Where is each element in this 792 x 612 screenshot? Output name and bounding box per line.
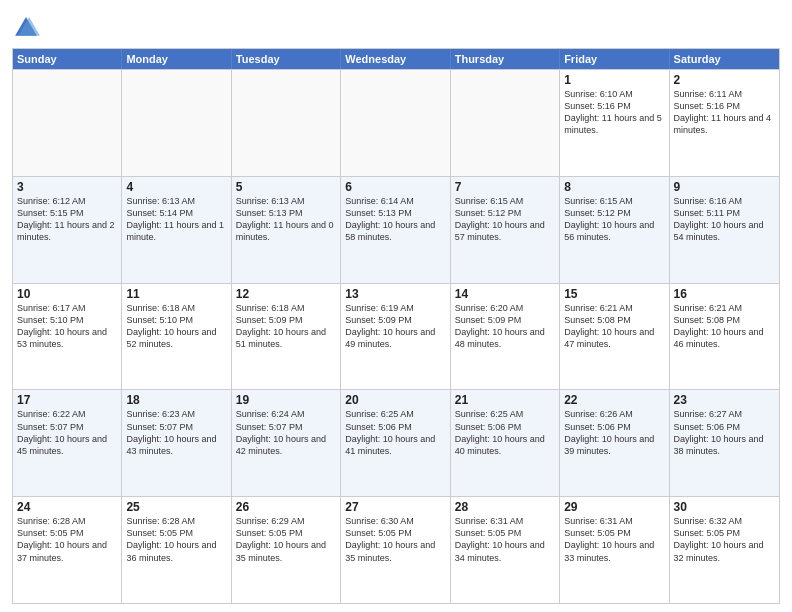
day-number: 14 bbox=[455, 287, 555, 301]
empty-cell-0-4 bbox=[451, 70, 560, 176]
empty-cell-0-3 bbox=[341, 70, 450, 176]
header-day-monday: Monday bbox=[122, 49, 231, 69]
day-cell-4: 4Sunrise: 6:13 AM Sunset: 5:14 PM Daylig… bbox=[122, 177, 231, 283]
day-number: 29 bbox=[564, 500, 664, 514]
day-info: Sunrise: 6:12 AM Sunset: 5:15 PM Dayligh… bbox=[17, 195, 117, 244]
day-cell-14: 14Sunrise: 6:20 AM Sunset: 5:09 PM Dayli… bbox=[451, 284, 560, 390]
day-number: 11 bbox=[126, 287, 226, 301]
day-cell-10: 10Sunrise: 6:17 AM Sunset: 5:10 PM Dayli… bbox=[13, 284, 122, 390]
day-cell-23: 23Sunrise: 6:27 AM Sunset: 5:06 PM Dayli… bbox=[670, 390, 779, 496]
day-info: Sunrise: 6:13 AM Sunset: 5:13 PM Dayligh… bbox=[236, 195, 336, 244]
day-cell-12: 12Sunrise: 6:18 AM Sunset: 5:09 PM Dayli… bbox=[232, 284, 341, 390]
day-cell-16: 16Sunrise: 6:21 AM Sunset: 5:08 PM Dayli… bbox=[670, 284, 779, 390]
day-info: Sunrise: 6:15 AM Sunset: 5:12 PM Dayligh… bbox=[564, 195, 664, 244]
header-day-friday: Friday bbox=[560, 49, 669, 69]
day-info: Sunrise: 6:28 AM Sunset: 5:05 PM Dayligh… bbox=[17, 515, 117, 564]
calendar-header: SundayMondayTuesdayWednesdayThursdayFrid… bbox=[13, 49, 779, 69]
day-cell-7: 7Sunrise: 6:15 AM Sunset: 5:12 PM Daylig… bbox=[451, 177, 560, 283]
day-info: Sunrise: 6:19 AM Sunset: 5:09 PM Dayligh… bbox=[345, 302, 445, 351]
day-number: 23 bbox=[674, 393, 775, 407]
day-number: 10 bbox=[17, 287, 117, 301]
day-info: Sunrise: 6:25 AM Sunset: 5:06 PM Dayligh… bbox=[345, 408, 445, 457]
day-cell-29: 29Sunrise: 6:31 AM Sunset: 5:05 PM Dayli… bbox=[560, 497, 669, 603]
header-day-wednesday: Wednesday bbox=[341, 49, 450, 69]
day-number: 9 bbox=[674, 180, 775, 194]
day-info: Sunrise: 6:31 AM Sunset: 5:05 PM Dayligh… bbox=[455, 515, 555, 564]
day-info: Sunrise: 6:17 AM Sunset: 5:10 PM Dayligh… bbox=[17, 302, 117, 351]
day-info: Sunrise: 6:23 AM Sunset: 5:07 PM Dayligh… bbox=[126, 408, 226, 457]
day-cell-24: 24Sunrise: 6:28 AM Sunset: 5:05 PM Dayli… bbox=[13, 497, 122, 603]
header-day-sunday: Sunday bbox=[13, 49, 122, 69]
calendar-row-1: 3Sunrise: 6:12 AM Sunset: 5:15 PM Daylig… bbox=[13, 176, 779, 283]
empty-cell-0-2 bbox=[232, 70, 341, 176]
day-number: 7 bbox=[455, 180, 555, 194]
calendar-row-0: 1Sunrise: 6:10 AM Sunset: 5:16 PM Daylig… bbox=[13, 69, 779, 176]
calendar-row-2: 10Sunrise: 6:17 AM Sunset: 5:10 PM Dayli… bbox=[13, 283, 779, 390]
day-cell-8: 8Sunrise: 6:15 AM Sunset: 5:12 PM Daylig… bbox=[560, 177, 669, 283]
calendar-container: SundayMondayTuesdayWednesdayThursdayFrid… bbox=[0, 0, 792, 612]
day-info: Sunrise: 6:22 AM Sunset: 5:07 PM Dayligh… bbox=[17, 408, 117, 457]
day-number: 5 bbox=[236, 180, 336, 194]
day-cell-2: 2Sunrise: 6:11 AM Sunset: 5:16 PM Daylig… bbox=[670, 70, 779, 176]
day-cell-3: 3Sunrise: 6:12 AM Sunset: 5:15 PM Daylig… bbox=[13, 177, 122, 283]
day-number: 6 bbox=[345, 180, 445, 194]
day-info: Sunrise: 6:16 AM Sunset: 5:11 PM Dayligh… bbox=[674, 195, 775, 244]
day-cell-28: 28Sunrise: 6:31 AM Sunset: 5:05 PM Dayli… bbox=[451, 497, 560, 603]
day-number: 26 bbox=[236, 500, 336, 514]
day-info: Sunrise: 6:21 AM Sunset: 5:08 PM Dayligh… bbox=[564, 302, 664, 351]
day-number: 30 bbox=[674, 500, 775, 514]
header-day-tuesday: Tuesday bbox=[232, 49, 341, 69]
header-day-saturday: Saturday bbox=[670, 49, 779, 69]
day-cell-9: 9Sunrise: 6:16 AM Sunset: 5:11 PM Daylig… bbox=[670, 177, 779, 283]
day-cell-22: 22Sunrise: 6:26 AM Sunset: 5:06 PM Dayli… bbox=[560, 390, 669, 496]
day-info: Sunrise: 6:26 AM Sunset: 5:06 PM Dayligh… bbox=[564, 408, 664, 457]
day-info: Sunrise: 6:25 AM Sunset: 5:06 PM Dayligh… bbox=[455, 408, 555, 457]
day-info: Sunrise: 6:18 AM Sunset: 5:09 PM Dayligh… bbox=[236, 302, 336, 351]
day-number: 12 bbox=[236, 287, 336, 301]
day-number: 28 bbox=[455, 500, 555, 514]
day-cell-30: 30Sunrise: 6:32 AM Sunset: 5:05 PM Dayli… bbox=[670, 497, 779, 603]
logo-icon bbox=[12, 14, 40, 42]
day-cell-13: 13Sunrise: 6:19 AM Sunset: 5:09 PM Dayli… bbox=[341, 284, 450, 390]
day-info: Sunrise: 6:18 AM Sunset: 5:10 PM Dayligh… bbox=[126, 302, 226, 351]
day-number: 18 bbox=[126, 393, 226, 407]
day-number: 2 bbox=[674, 73, 775, 87]
day-info: Sunrise: 6:29 AM Sunset: 5:05 PM Dayligh… bbox=[236, 515, 336, 564]
day-info: Sunrise: 6:31 AM Sunset: 5:05 PM Dayligh… bbox=[564, 515, 664, 564]
day-number: 17 bbox=[17, 393, 117, 407]
day-cell-25: 25Sunrise: 6:28 AM Sunset: 5:05 PM Dayli… bbox=[122, 497, 231, 603]
day-number: 21 bbox=[455, 393, 555, 407]
calendar: SundayMondayTuesdayWednesdayThursdayFrid… bbox=[12, 48, 780, 604]
day-cell-26: 26Sunrise: 6:29 AM Sunset: 5:05 PM Dayli… bbox=[232, 497, 341, 603]
day-number: 16 bbox=[674, 287, 775, 301]
calendar-row-4: 24Sunrise: 6:28 AM Sunset: 5:05 PM Dayli… bbox=[13, 496, 779, 603]
day-number: 24 bbox=[17, 500, 117, 514]
day-cell-20: 20Sunrise: 6:25 AM Sunset: 5:06 PM Dayli… bbox=[341, 390, 450, 496]
day-info: Sunrise: 6:14 AM Sunset: 5:13 PM Dayligh… bbox=[345, 195, 445, 244]
day-info: Sunrise: 6:20 AM Sunset: 5:09 PM Dayligh… bbox=[455, 302, 555, 351]
header-day-thursday: Thursday bbox=[451, 49, 560, 69]
day-number: 4 bbox=[126, 180, 226, 194]
day-info: Sunrise: 6:15 AM Sunset: 5:12 PM Dayligh… bbox=[455, 195, 555, 244]
day-number: 25 bbox=[126, 500, 226, 514]
day-info: Sunrise: 6:11 AM Sunset: 5:16 PM Dayligh… bbox=[674, 88, 775, 137]
day-number: 15 bbox=[564, 287, 664, 301]
day-info: Sunrise: 6:27 AM Sunset: 5:06 PM Dayligh… bbox=[674, 408, 775, 457]
day-number: 13 bbox=[345, 287, 445, 301]
logo bbox=[12, 14, 42, 42]
calendar-body: 1Sunrise: 6:10 AM Sunset: 5:16 PM Daylig… bbox=[13, 69, 779, 603]
day-cell-11: 11Sunrise: 6:18 AM Sunset: 5:10 PM Dayli… bbox=[122, 284, 231, 390]
day-number: 1 bbox=[564, 73, 664, 87]
day-info: Sunrise: 6:30 AM Sunset: 5:05 PM Dayligh… bbox=[345, 515, 445, 564]
day-info: Sunrise: 6:24 AM Sunset: 5:07 PM Dayligh… bbox=[236, 408, 336, 457]
day-cell-15: 15Sunrise: 6:21 AM Sunset: 5:08 PM Dayli… bbox=[560, 284, 669, 390]
day-cell-21: 21Sunrise: 6:25 AM Sunset: 5:06 PM Dayli… bbox=[451, 390, 560, 496]
day-cell-5: 5Sunrise: 6:13 AM Sunset: 5:13 PM Daylig… bbox=[232, 177, 341, 283]
calendar-row-3: 17Sunrise: 6:22 AM Sunset: 5:07 PM Dayli… bbox=[13, 389, 779, 496]
day-cell-18: 18Sunrise: 6:23 AM Sunset: 5:07 PM Dayli… bbox=[122, 390, 231, 496]
day-number: 27 bbox=[345, 500, 445, 514]
day-info: Sunrise: 6:32 AM Sunset: 5:05 PM Dayligh… bbox=[674, 515, 775, 564]
day-cell-27: 27Sunrise: 6:30 AM Sunset: 5:05 PM Dayli… bbox=[341, 497, 450, 603]
day-info: Sunrise: 6:21 AM Sunset: 5:08 PM Dayligh… bbox=[674, 302, 775, 351]
day-cell-1: 1Sunrise: 6:10 AM Sunset: 5:16 PM Daylig… bbox=[560, 70, 669, 176]
